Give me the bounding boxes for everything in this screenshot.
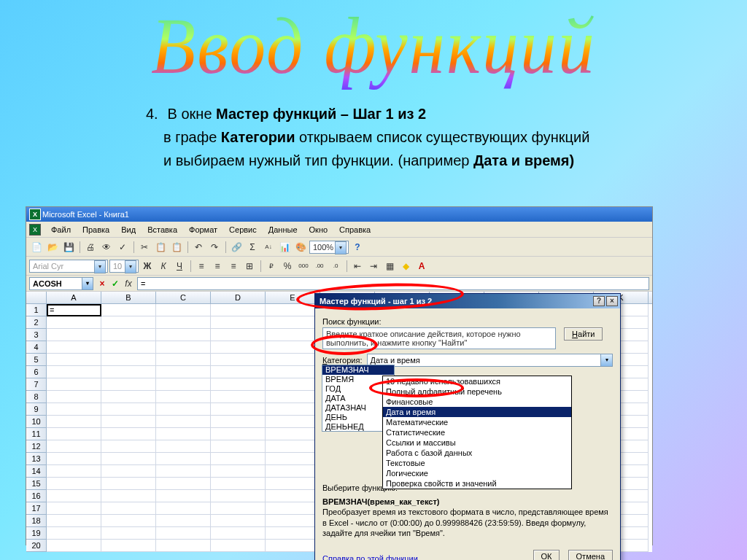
cell[interactable] [101,329,156,341]
cell[interactable] [266,403,320,416]
row-header[interactable]: 8 [26,391,47,403]
dropdown-option[interactable]: Дата и время [383,407,571,417]
name-box[interactable]: ACOSH [29,277,93,290]
col-header[interactable]: A [47,292,101,303]
italic-icon[interactable]: К [156,259,171,273]
help-link[interactable]: Справка по этой функции [322,554,418,560]
currency-icon[interactable]: ₽ [264,259,279,273]
cell[interactable] [156,502,211,515]
dropdown-option[interactable]: Проверка свойств и значений [383,478,571,489]
cell[interactable] [47,403,101,416]
cell[interactable] [266,490,320,502]
cell[interactable] [101,465,156,478]
cell[interactable] [266,378,320,391]
merge-icon[interactable]: ⊞ [242,259,257,273]
cell[interactable] [266,515,320,527]
cell[interactable] [47,465,101,478]
cell[interactable] [101,527,156,540]
close-button[interactable]: × [606,296,618,306]
cell[interactable] [156,527,211,540]
dropdown-option[interactable]: Ссылки и массивы [383,438,571,448]
cell[interactable] [47,540,101,552]
select-all-corner[interactable] [26,292,47,303]
cell[interactable] [266,540,320,552]
row-header[interactable]: 12 [26,440,47,453]
dropdown-option[interactable]: Работа с базой данных [383,448,571,458]
cell[interactable] [266,304,320,316]
save-icon[interactable]: 💾 [61,240,76,254]
cell[interactable] [47,316,101,329]
cell[interactable] [47,527,101,540]
new-icon[interactable]: 📄 [29,240,44,254]
cell[interactable] [266,502,320,515]
paste-icon[interactable]: 📋 [169,240,184,254]
menu-format[interactable]: Формат [183,225,223,234]
cell[interactable] [101,515,156,527]
cell[interactable] [156,378,211,391]
cell[interactable] [47,478,101,490]
cell[interactable] [266,416,320,428]
ok-button[interactable]: ОК [533,550,560,560]
help-icon[interactable]: ? [350,240,365,254]
cell[interactable] [211,378,266,391]
sort-icon[interactable]: A↓ [261,240,276,254]
cell[interactable] [211,329,266,341]
category-select[interactable]: Дата и время [367,354,614,367]
menu-window[interactable]: Окно [303,225,334,234]
cell[interactable] [266,478,320,490]
dropdown-option[interactable]: Математические [383,417,571,427]
align-right-icon[interactable]: ≡ [226,259,241,273]
cell[interactable] [211,490,266,502]
cell[interactable] [211,515,266,527]
row-header[interactable]: 19 [26,527,47,540]
print-icon[interactable]: 🖨 [83,240,98,254]
cell[interactable] [47,416,101,428]
cell[interactable] [156,440,211,453]
cell[interactable] [156,403,211,416]
cell[interactable] [47,440,101,453]
cell[interactable] [211,465,266,478]
cell[interactable] [211,403,266,416]
cell[interactable] [266,316,320,329]
row-header[interactable]: 9 [26,403,47,416]
cell[interactable] [156,490,211,502]
row-header[interactable]: 2 [26,316,47,329]
row-header[interactable]: 6 [26,366,47,378]
cell[interactable] [101,478,156,490]
cell[interactable] [211,502,266,515]
cell[interactable] [47,490,101,502]
cell[interactable] [156,515,211,527]
row-header[interactable]: 5 [26,354,47,366]
cell[interactable] [101,490,156,502]
cell[interactable] [101,366,156,378]
cell[interactable] [266,354,320,366]
menu-view[interactable]: Вид [115,225,142,234]
zoom-combo[interactable]: 100% [309,241,349,254]
dropdown-option[interactable]: Финансовые [383,397,571,407]
indent-inc-icon[interactable]: ⇥ [366,259,381,273]
search-textarea[interactable]: Введите краткое описание действия, котор… [322,327,556,349]
cell[interactable] [156,366,211,378]
cell[interactable] [47,391,101,403]
cell[interactable] [156,341,211,354]
cell[interactable] [47,378,101,391]
row-header[interactable]: 17 [26,502,47,515]
dialog-titlebar[interactable]: Мастер функций - шаг 1 из 2 ? × [315,294,620,308]
menu-help[interactable]: Справка [333,225,376,234]
cell[interactable] [101,428,156,440]
cell[interactable] [211,316,266,329]
cell[interactable] [211,440,266,453]
underline-icon[interactable]: Ч [172,259,187,273]
preview-icon[interactable]: 👁 [99,240,114,254]
row-header[interactable]: 18 [26,515,47,527]
help-button[interactable]: ? [593,296,605,306]
cancel-icon[interactable]: × [96,279,108,289]
col-header[interactable]: D [211,292,266,303]
dropdown-option[interactable]: Текстовые [383,458,571,468]
cell[interactable] [47,341,101,354]
cell[interactable] [211,478,266,490]
cell[interactable] [211,416,266,428]
row-header[interactable]: 16 [26,490,47,502]
cell[interactable] [266,428,320,440]
cell[interactable] [266,366,320,378]
